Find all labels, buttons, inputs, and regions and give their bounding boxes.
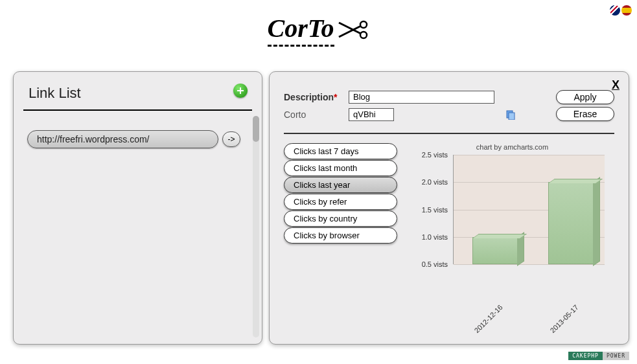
clicks-chart: 0.5 vists1.0 vists1.5 vists2.0 vists2.5 … — [410, 152, 605, 272]
link-detail-panel: X Description* Apply Erase Corto C — [269, 71, 629, 345]
filter-by-refer[interactable]: Clicks by refer — [284, 194, 397, 210]
chart-bar — [472, 237, 518, 264]
filter-last-year[interactable]: Clicks last year — [284, 177, 397, 193]
link-list-panel: Link List http://freefri.wordpress.com/ … — [13, 71, 262, 345]
divider — [23, 109, 252, 111]
scissors-icon — [338, 20, 370, 40]
language-flags — [610, 5, 632, 16]
flag-es-icon[interactable] — [621, 5, 632, 16]
link-list-title: Link List — [23, 85, 252, 102]
scrollbar-thumb[interactable] — [253, 116, 259, 142]
description-input[interactable] — [349, 91, 494, 104]
svg-point-0 — [360, 21, 367, 28]
footer-badge: CAKEPHP POWER — [568, 352, 629, 360]
flag-en-icon[interactable] — [610, 5, 620, 16]
y-tick-label: 2.5 vists — [422, 151, 448, 159]
filter-by-country[interactable]: Clicks by country — [284, 210, 397, 227]
link-url[interactable]: http://freefri.wordpress.com/ — [27, 130, 218, 148]
footer-power: POWER — [603, 352, 629, 360]
required-marker: * — [334, 92, 337, 102]
filter-last-month[interactable]: Clicks last month — [284, 160, 397, 176]
divider — [284, 133, 614, 134]
footer-brand: CAKEPHP — [568, 352, 603, 360]
svg-point-1 — [360, 32, 367, 38]
x-tick-label: 2013-05-17 — [548, 303, 579, 334]
chart-credit: chart by amcharts.com — [410, 143, 614, 151]
chart-bar — [548, 182, 594, 264]
y-tick-label: 2.0 vists — [422, 178, 448, 186]
logo-text: CorTo — [267, 13, 334, 47]
apply-button[interactable]: Apply — [556, 90, 614, 104]
copy-icon[interactable] — [505, 109, 516, 120]
open-link-button[interactable]: -> — [222, 131, 240, 147]
y-tick-label: 1.0 vists — [422, 233, 448, 241]
filter-last-7-days[interactable]: Clicks last 7 days — [284, 143, 397, 159]
chart-container: chart by amcharts.com 0.5 vists1.0 vists… — [410, 143, 614, 272]
scrollbar[interactable] — [253, 116, 259, 337]
y-tick-label: 0.5 vists — [422, 260, 448, 268]
corto-input[interactable] — [349, 108, 394, 121]
x-tick-label: 2012-12-16 — [472, 303, 504, 334]
filter-by-browser[interactable]: Clicks by browser — [284, 227, 397, 244]
description-label: Description* — [284, 92, 349, 102]
close-button[interactable]: X — [612, 78, 620, 92]
erase-button[interactable]: Erase — [556, 107, 614, 121]
add-link-button[interactable] — [233, 84, 248, 98]
filter-list: Clicks last 7 days Clicks last month Cli… — [284, 143, 397, 272]
app-logo: CorTo — [267, 13, 369, 47]
link-row: http://freefri.wordpress.com/ -> — [27, 130, 252, 148]
description-label-text: Description — [284, 92, 334, 102]
svg-rect-5 — [509, 113, 515, 120]
y-tick-label: 1.5 vists — [422, 206, 448, 214]
corto-label: Corto — [284, 109, 349, 120]
